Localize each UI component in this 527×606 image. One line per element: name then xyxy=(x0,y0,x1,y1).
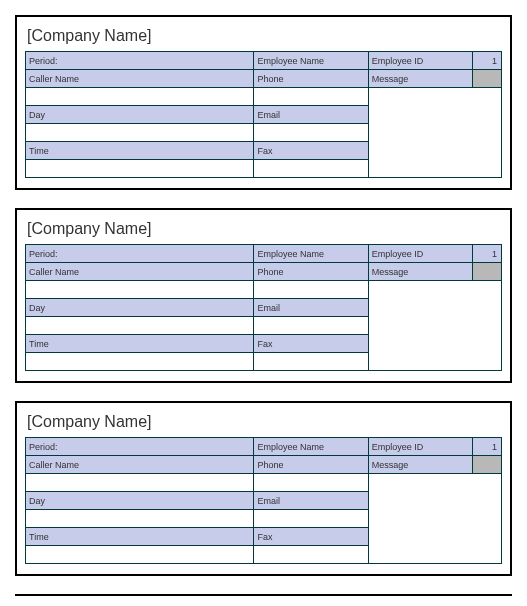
period-label: Period: xyxy=(26,245,254,263)
message-table: Period: Employee Name Employee ID 1 Call… xyxy=(25,437,502,564)
fax-field[interactable] xyxy=(254,546,368,564)
time-field[interactable] xyxy=(26,353,254,371)
page-divider xyxy=(15,594,512,596)
employee-id-value: 1 xyxy=(473,438,502,456)
email-label: Email xyxy=(254,106,368,124)
caller-name-label: Caller Name xyxy=(26,263,254,281)
message-field[interactable] xyxy=(368,474,501,564)
email-label: Email xyxy=(254,492,368,510)
phone-field[interactable] xyxy=(254,88,368,106)
employee-id-label: Employee ID xyxy=(368,245,473,263)
company-name: [Company Name] xyxy=(25,409,502,437)
email-field[interactable] xyxy=(254,124,368,142)
message-card: [Company Name] Period: Employee Name Emp… xyxy=(15,15,512,190)
company-name: [Company Name] xyxy=(25,23,502,51)
phone-label: Phone xyxy=(254,456,368,474)
message-field[interactable] xyxy=(368,281,501,371)
message-label: Message xyxy=(368,263,473,281)
fax-label: Fax xyxy=(254,528,368,546)
subheader-row: Caller Name Phone Message xyxy=(26,456,502,474)
day-label: Day xyxy=(26,106,254,124)
time-label: Time xyxy=(26,142,254,160)
time-field[interactable] xyxy=(26,160,254,178)
period-label: Period: xyxy=(26,52,254,70)
day-label: Day xyxy=(26,492,254,510)
message-card: [Company Name] Period: Employee Name Emp… xyxy=(15,208,512,383)
employee-id-label: Employee ID xyxy=(368,438,473,456)
caller-name-field[interactable] xyxy=(26,88,254,106)
message-table: Period: Employee Name Employee ID 1 Call… xyxy=(25,51,502,178)
employee-id-value: 1 xyxy=(473,245,502,263)
message-table: Period: Employee Name Employee ID 1 Call… xyxy=(25,244,502,371)
phone-label: Phone xyxy=(254,263,368,281)
shaded-cell xyxy=(473,456,502,474)
employee-name-label: Employee Name xyxy=(254,245,368,263)
employee-name-label: Employee Name xyxy=(254,438,368,456)
day-label: Day xyxy=(26,299,254,317)
phone-label: Phone xyxy=(254,70,368,88)
time-field[interactable] xyxy=(26,546,254,564)
email-field[interactable] xyxy=(254,317,368,335)
time-label: Time xyxy=(26,335,254,353)
message-field[interactable] xyxy=(368,88,501,178)
header-row: Period: Employee Name Employee ID 1 xyxy=(26,245,502,263)
header-row: Period: Employee Name Employee ID 1 xyxy=(26,438,502,456)
table-row xyxy=(26,474,502,492)
email-field[interactable] xyxy=(254,510,368,528)
employee-name-label: Employee Name xyxy=(254,52,368,70)
message-label: Message xyxy=(368,456,473,474)
phone-field[interactable] xyxy=(254,474,368,492)
fax-field[interactable] xyxy=(254,160,368,178)
time-label: Time xyxy=(26,528,254,546)
message-card: [Company Name] Period: Employee Name Emp… xyxy=(15,401,512,576)
employee-id-label: Employee ID xyxy=(368,52,473,70)
subheader-row: Caller Name Phone Message xyxy=(26,263,502,281)
fax-label: Fax xyxy=(254,335,368,353)
message-label: Message xyxy=(368,70,473,88)
caller-name-field[interactable] xyxy=(26,281,254,299)
shaded-cell xyxy=(473,70,502,88)
shaded-cell xyxy=(473,263,502,281)
day-field[interactable] xyxy=(26,510,254,528)
email-label: Email xyxy=(254,299,368,317)
day-field[interactable] xyxy=(26,124,254,142)
fax-label: Fax xyxy=(254,142,368,160)
header-row: Period: Employee Name Employee ID 1 xyxy=(26,52,502,70)
caller-name-label: Caller Name xyxy=(26,70,254,88)
fax-field[interactable] xyxy=(254,353,368,371)
day-field[interactable] xyxy=(26,317,254,335)
table-row xyxy=(26,281,502,299)
company-name: [Company Name] xyxy=(25,216,502,244)
caller-name-label: Caller Name xyxy=(26,456,254,474)
period-label: Period: xyxy=(26,438,254,456)
phone-field[interactable] xyxy=(254,281,368,299)
employee-id-value: 1 xyxy=(473,52,502,70)
subheader-row: Caller Name Phone Message xyxy=(26,70,502,88)
table-row xyxy=(26,88,502,106)
caller-name-field[interactable] xyxy=(26,474,254,492)
